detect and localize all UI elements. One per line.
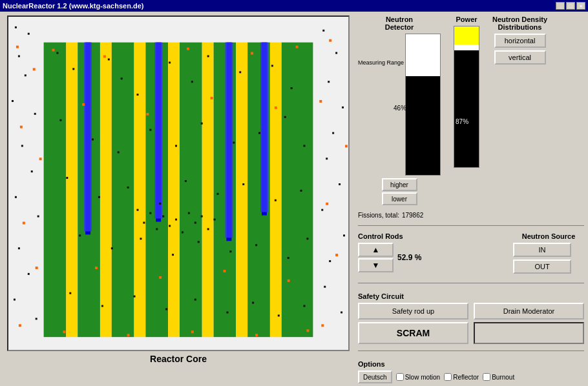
- svg-rect-140: [159, 276, 162, 279]
- burnout-label[interactable]: Burnout: [483, 373, 514, 381]
- divider3: [358, 350, 584, 351]
- reactor-panel: Reactor Core: [4, 15, 353, 382]
- divider2: [358, 283, 584, 283]
- svg-rect-111: [214, 219, 216, 221]
- svg-rect-67: [201, 123, 203, 125]
- scram-row: SCRAM: [358, 322, 584, 344]
- svg-rect-35: [18, 247, 20, 249]
- neutron-source-in-button[interactable]: IN: [513, 243, 571, 257]
- reflector-label[interactable]: Reflector: [444, 373, 479, 381]
- burnout-checkbox[interactable]: [483, 373, 490, 381]
- horizontal-button[interactable]: horizontal: [494, 34, 546, 48]
- svg-rect-39: [322, 30, 324, 32]
- detector-percent-label: 46%: [394, 105, 406, 112]
- svg-rect-134: [306, 329, 309, 332]
- svg-rect-83: [140, 238, 142, 239]
- svg-rect-130: [63, 330, 65, 333]
- title-bar: NuclearReactor 1.2 (www.ktg-sachsen.de) …: [0, 0, 588, 12]
- svg-rect-121: [345, 145, 348, 147]
- svg-rect-65: [149, 129, 151, 131]
- control-rods: Control Rods ▲ ▼ 52.9 %: [358, 232, 507, 272]
- svg-rect-54: [121, 77, 123, 79]
- svg-rect-92: [134, 296, 136, 298]
- svg-rect-107: [188, 212, 190, 214]
- svg-rect-90: [69, 292, 71, 294]
- svg-rect-74: [127, 187, 129, 188]
- svg-rect-87: [255, 244, 257, 246]
- divider1: [358, 225, 584, 226]
- close-button[interactable]: ×: [576, 2, 585, 10]
- svg-rect-81: [79, 234, 81, 236]
- detector-scale-label: 10⁴: [407, 37, 417, 44]
- power-yellow: [454, 26, 479, 45]
- options-title: Options: [358, 360, 584, 368]
- main-content: Reactor Core NeutronDetector Measuring R…: [0, 12, 588, 386]
- safety-circuit-title: Safety Circuit: [358, 292, 584, 300]
- svg-rect-132: [191, 330, 194, 333]
- svg-rect-70: [284, 116, 286, 118]
- svg-rect-10: [180, 43, 202, 337]
- fissions-row: Fissions, total: 179862: [358, 212, 584, 219]
- drain-moderator-button[interactable]: Drain Moderator: [474, 303, 584, 320]
- svg-rect-59: [239, 71, 241, 73]
- detector-controls: higher lower: [382, 178, 417, 205]
- lower-button[interactable]: lower: [382, 192, 417, 205]
- measuring-range-label: Measuring Range: [358, 59, 404, 66]
- window-controls[interactable]: _ □ ×: [556, 2, 585, 10]
- neutron-detector-gauge: 10⁴: [405, 34, 441, 176]
- svg-rect-84: [172, 254, 174, 256]
- svg-rect-79: [275, 199, 277, 201]
- neutron-source-out-button[interactable]: OUT: [513, 259, 571, 274]
- neutron-detector-title: NeutronDetector: [385, 15, 414, 31]
- scram-button[interactable]: SCRAM: [358, 322, 468, 344]
- reactor-visualization: [8, 17, 348, 350]
- svg-rect-100: [143, 222, 145, 224]
- svg-rect-37: [14, 299, 16, 301]
- minimize-button[interactable]: _: [556, 2, 565, 10]
- svg-rect-129: [296, 46, 299, 48]
- svg-rect-26: [28, 33, 30, 35]
- vertical-button[interactable]: vertical: [494, 50, 546, 65]
- svg-rect-48: [329, 260, 331, 262]
- svg-rect-64: [118, 151, 120, 153]
- svg-rect-85: [198, 241, 200, 243]
- power-white: [454, 45, 479, 50]
- svg-rect-53: [108, 59, 110, 61]
- reflector-checkbox[interactable]: [444, 373, 452, 381]
- svg-rect-139: [95, 267, 98, 269]
- rod-up-button[interactable]: ▲: [358, 243, 394, 257]
- svg-rect-73: [98, 196, 100, 198]
- maximize-button[interactable]: □: [566, 2, 575, 10]
- svg-rect-94: [194, 299, 196, 301]
- neutron-source: Neutron Source IN OUT: [513, 232, 584, 276]
- safety-rod-up-button[interactable]: Safety rod up: [358, 303, 468, 320]
- rod-down-button[interactable]: ▼: [358, 258, 394, 272]
- svg-rect-112: [16, 46, 19, 48]
- svg-rect-31: [21, 145, 23, 147]
- svg-rect-11: [202, 43, 214, 337]
- svg-rect-22: [225, 43, 233, 238]
- svg-rect-43: [332, 132, 334, 134]
- svg-rect-16: [282, 43, 313, 337]
- svg-rect-99: [137, 209, 139, 211]
- svg-rect-62: [59, 119, 61, 121]
- deutsch-button[interactable]: Deutsch: [358, 371, 392, 383]
- svg-rect-13: [236, 43, 247, 337]
- svg-rect-135: [82, 103, 85, 106]
- svg-rect-57: [191, 81, 193, 83]
- svg-rect-42: [342, 107, 344, 108]
- svg-rect-2: [44, 43, 67, 337]
- svg-rect-88: [288, 257, 289, 259]
- svg-rect-68: [233, 142, 235, 144]
- svg-rect-128: [251, 52, 253, 55]
- higher-button[interactable]: higher: [382, 178, 417, 191]
- svg-rect-61: [291, 87, 293, 89]
- slow-motion-checkbox[interactable]: [396, 373, 404, 381]
- svg-rect-91: [101, 305, 103, 307]
- svg-rect-102: [156, 228, 158, 230]
- svg-rect-63: [92, 139, 94, 141]
- svg-rect-131: [127, 334, 130, 336]
- svg-rect-77: [217, 193, 219, 195]
- svg-rect-105: [175, 219, 177, 221]
- slow-motion-label[interactable]: Slow motion: [396, 373, 440, 381]
